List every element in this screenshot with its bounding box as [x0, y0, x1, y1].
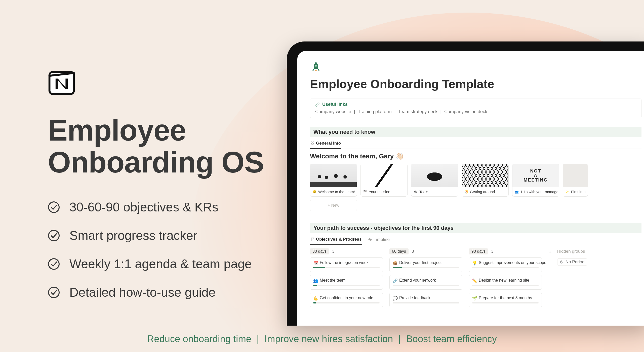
feature-text: Detailed how-to-use guide — [69, 285, 216, 300]
tablet-frame: Employee Onboarding Template Useful link… — [287, 41, 644, 326]
hidden-groups-label[interactable]: Hidden groups — [557, 249, 587, 254]
card-thumbnail — [361, 164, 407, 187]
info-card[interactable]: 🏁Your mission — [360, 164, 408, 197]
info-card[interactable]: 😊Welcome to the team! — [310, 164, 357, 197]
useful-links-title: Useful links — [322, 102, 348, 107]
progress-bar — [313, 302, 380, 303]
card-emoji-icon: 💡 — [472, 261, 476, 265]
no-period-group[interactable]: No Period — [557, 258, 587, 266]
svg-rect-11 — [312, 238, 313, 240]
card-icon: 🛠 — [414, 190, 417, 194]
kanban-board: 30 days 3 📅Follow the integration week 👥… — [310, 248, 644, 310]
progress-bar — [472, 285, 539, 286]
progress-bar — [313, 267, 380, 268]
card-label: Tools — [419, 190, 428, 194]
welcome-heading: Welcome to the team, Gary 👋🏻 — [310, 152, 644, 160]
progress-bar — [472, 267, 539, 268]
svg-point-1 — [49, 202, 59, 212]
card-emoji-icon: 📦 — [393, 261, 397, 265]
kanban-right-controls: + Hidden groups No Period — [548, 248, 599, 310]
card-label: Prepare for the next 3 months — [479, 296, 532, 300]
card-label: Suggest improvements on your scope — [479, 260, 546, 265]
info-card-row: 😊Welcome to the team! 🏁Your mission 🛠Too… — [310, 164, 644, 197]
card-label: Extend your network — [399, 278, 436, 283]
headline-line1: Employee — [48, 114, 186, 147]
objective-card[interactable]: 💡Suggest improvements on your scope — [469, 257, 542, 272]
card-label: Follow the integration week — [320, 260, 369, 265]
info-card[interactable]: 🛠Tools — [411, 164, 458, 197]
tab-general-info[interactable]: General info — [310, 139, 341, 149]
kanban-column: 90 days 3 💡Suggest improvements on your … — [469, 248, 542, 310]
rocket-icon — [310, 61, 322, 73]
objective-card[interactable]: 💪Get confident in your new role — [310, 293, 383, 307]
feature-item: Smart progress tracker — [48, 228, 264, 243]
kanban-column: 30 days 3 📅Follow the integration week 👥… — [310, 248, 383, 310]
card-emoji-icon: 💬 — [393, 296, 397, 300]
section-path: Your path to success - objectives for th… — [310, 223, 641, 233]
progress-bar — [393, 267, 459, 268]
column-count: 3 — [491, 249, 493, 254]
tab-timeline[interactable]: Timeline — [368, 235, 390, 245]
link-company-website[interactable]: Company website — [315, 109, 351, 114]
column-count: 3 — [332, 249, 334, 254]
info-card[interactable]: ✨First imp — [563, 164, 588, 197]
column-header: 60 days 3 — [389, 248, 462, 254]
add-column-button[interactable]: + — [548, 249, 552, 255]
feature-item: Weekly 1:1 agenda & team page — [48, 257, 264, 271]
link-team-strategy-deck[interactable]: Team strategy deck — [398, 109, 437, 114]
board-icon — [310, 237, 314, 241]
link-training-platform[interactable]: Training platform — [358, 109, 391, 114]
card-label: Getting around — [470, 190, 495, 194]
check-icon — [48, 201, 60, 213]
objective-card[interactable]: 🌱Prepare for the next 3 months — [469, 293, 542, 307]
tagline: Reduce onboarding time | Improve new hir… — [0, 334, 644, 344]
new-card-button[interactable]: New — [310, 200, 357, 211]
column-header: 90 days 3 — [469, 248, 542, 254]
tagline-part: Improve new hires satisfaction — [264, 334, 393, 344]
no-period-label: No Period — [566, 259, 585, 265]
column-title: 90 days — [469, 248, 488, 254]
svg-point-3 — [49, 259, 59, 269]
progress-bar — [393, 285, 459, 286]
section-what-you-need: What you need to know — [310, 127, 641, 137]
check-icon — [48, 286, 60, 298]
card-label: First imp — [571, 190, 586, 194]
card-icon: 🧭 — [464, 190, 468, 194]
card-thumbnail — [411, 164, 458, 187]
no-icon — [560, 260, 564, 264]
svg-rect-10 — [311, 238, 312, 241]
card-thumbnail: NOT A MEETING — [512, 164, 559, 187]
card-emoji-icon: 🔗 — [393, 278, 397, 282]
svg-rect-8 — [311, 144, 312, 145]
link-company-vision-deck[interactable]: Company vision deck — [444, 109, 487, 114]
objective-card[interactable]: 👥Meet the team — [310, 275, 383, 290]
column-title: 30 days — [310, 248, 329, 254]
useful-links-row: Company website | Training platform | Te… — [315, 109, 636, 114]
card-emoji-icon: 👥 — [313, 278, 317, 282]
objective-card[interactable]: 💬Provide feedback — [389, 293, 462, 307]
objective-card[interactable]: ✏️Design the new learning site — [469, 275, 542, 290]
objectives-tabs: Objectives & Progress Timeline — [310, 235, 641, 245]
feature-text: Smart progress tracker — [69, 228, 197, 243]
tab-label: Timeline — [374, 237, 390, 242]
objective-card[interactable]: 🔗Extend your network — [389, 275, 462, 290]
svg-point-2 — [49, 230, 59, 241]
card-label: 1:1s with your manager — [520, 190, 559, 194]
tab-label: Objectives & Progress — [316, 237, 361, 242]
tagline-part: Reduce onboarding time — [147, 334, 251, 344]
tab-objectives[interactable]: Objectives & Progress — [310, 235, 362, 245]
svg-rect-12 — [313, 238, 314, 239]
card-label: Deliver your first project — [399, 260, 441, 265]
objective-card[interactable]: 📅Follow the integration week — [310, 257, 383, 272]
card-label: Design the new learning site — [479, 278, 529, 283]
info-card[interactable]: NOT A MEETING 👥1:1s with your manager — [512, 164, 559, 197]
feature-item: Detailed how-to-use guide — [48, 285, 264, 300]
progress-bar — [393, 302, 459, 303]
headline: Employee Onboarding OS — [48, 114, 264, 179]
tagline-part: Boost team efficiency — [406, 334, 497, 344]
notion-screen: Employee Onboarding Template Useful link… — [297, 51, 644, 326]
info-card[interactable]: 🧭Getting around — [462, 164, 509, 197]
card-label: Meet the team — [320, 278, 345, 283]
objective-card[interactable]: 📦Deliver your first project — [389, 257, 462, 272]
card-label: Your mission — [369, 190, 390, 194]
